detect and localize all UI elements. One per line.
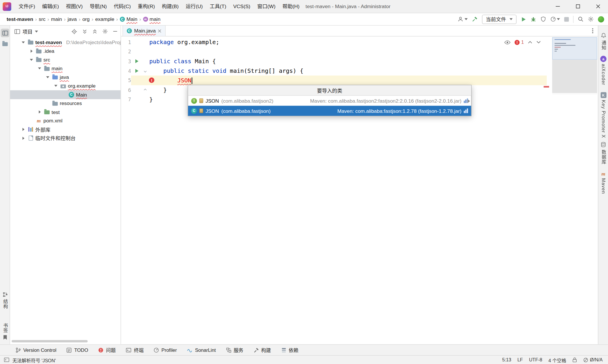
chevron-right-icon[interactable] (29, 50, 34, 53)
error-count-widget[interactable]: 1 (515, 39, 524, 45)
menu-item-tools[interactable]: 工具(T) (206, 0, 230, 13)
tree-item-resources[interactable]: resources (10, 99, 121, 108)
menu-item-code[interactable]: 代码(C) (110, 0, 134, 13)
code-line-3[interactable]: 3 public class Main { (121, 57, 547, 66)
breadcrumb-project[interactable]: test-maven (6, 16, 35, 22)
plugin-green-button[interactable] (598, 16, 604, 22)
line-number[interactable]: 4 (121, 68, 131, 74)
debug-button[interactable] (530, 16, 536, 22)
breadcrumb-example[interactable]: example (94, 16, 116, 22)
tree-item-java[interactable]: java (10, 73, 121, 82)
chevron-down-icon[interactable] (53, 85, 59, 87)
chevron-right-icon[interactable] (37, 111, 42, 114)
chevron-right-icon[interactable] (21, 137, 26, 140)
bookmarks-tool-window-button[interactable]: 书签 (0, 323, 10, 340)
profiler-button[interactable] (550, 16, 560, 22)
maximize-button[interactable] (568, 0, 588, 13)
settings-button[interactable] (588, 16, 594, 22)
breadcrumb-org[interactable]: org (81, 16, 91, 22)
fold-close-icon[interactable] (144, 88, 146, 91)
todo-tool-button[interactable]: TODO (66, 347, 88, 353)
tree-item-idea[interactable]: .idea (10, 47, 121, 55)
line-number[interactable]: 3 (121, 59, 131, 64)
search-everywhere-button[interactable] (578, 16, 584, 22)
chevron-down-icon[interactable] (21, 41, 26, 44)
project-panel-title[interactable]: 项目 (22, 28, 33, 35)
tree-item-main[interactable]: main (10, 64, 121, 73)
project-tool-window-button[interactable] (1, 29, 9, 37)
menu-item-build[interactable]: 构建(B) (158, 0, 182, 13)
tab-main-java[interactable]: Main.java (123, 26, 166, 36)
panel-settings-button[interactable] (102, 29, 108, 34)
dependencies-tool-button[interactable]: 依赖 (281, 346, 298, 354)
line-number[interactable]: 6 (121, 87, 131, 93)
locate-file-button[interactable] (71, 28, 77, 34)
menu-item-window[interactable]: 窗口(W) (254, 0, 279, 13)
structure-tool-window-button[interactable]: 结构 (0, 292, 10, 309)
readonly-lock-widget[interactable] (573, 357, 577, 363)
folder-stripe-button[interactable] (1, 39, 9, 48)
notifications-tool-window-button[interactable]: 通知 (598, 32, 608, 50)
build-tool-button[interactable]: 构建 (253, 346, 271, 354)
caret-position-widget[interactable]: 5:13 (502, 357, 511, 363)
breadcrumb-main-class[interactable]: Main (119, 16, 138, 22)
problems-tool-button[interactable]: 问题 (98, 346, 116, 354)
tree-item-external-libraries[interactable]: 外部库 (10, 125, 121, 134)
breadcrumb-src[interactable]: src (38, 16, 47, 22)
coverage-button[interactable] (541, 16, 546, 22)
chevron-down-icon[interactable] (35, 30, 38, 32)
chevron-down-icon[interactable] (37, 68, 42, 70)
maven-tool-window-button[interactable]: m Maven (598, 171, 608, 194)
chevron-right-icon[interactable] (21, 128, 26, 131)
line-number[interactable]: 7 (121, 97, 131, 102)
encoding-widget[interactable]: UTF-8 (529, 357, 542, 363)
tab-options-icon[interactable] (592, 28, 593, 33)
minimize-button[interactable] (548, 0, 568, 13)
menu-item-file[interactable]: 文件(F) (15, 0, 39, 13)
line-separator-widget[interactable]: LF (517, 357, 523, 363)
horizontal-scrollbar[interactable] (12, 340, 88, 343)
highlighting-level-button[interactable] (504, 40, 511, 45)
tree-item-scratches[interactable]: 临时文件和控制台 (10, 134, 121, 142)
code-line-4[interactable]: 4 public static void main(String[] args)… (121, 66, 547, 76)
fold-open-icon[interactable] (144, 70, 146, 72)
profile-user-button[interactable] (458, 16, 468, 22)
close-button[interactable] (588, 0, 608, 13)
indent-widget[interactable]: 4 个空格 (548, 356, 566, 363)
chevron-down-icon[interactable] (45, 76, 51, 78)
tree-item-test-maven[interactable]: test-maven D:\IdeaProjects\IdeaProje (10, 38, 121, 47)
build-hammer-button[interactable] (472, 16, 478, 22)
hide-panel-button[interactable] (113, 31, 118, 32)
previous-error-button[interactable] (528, 41, 533, 44)
services-tool-button[interactable]: 服务 (226, 346, 243, 354)
code-line-2[interactable]: 2 (121, 47, 547, 57)
key-promoter-tool-window-button[interactable]: Key Promoter X (598, 92, 608, 138)
next-error-button[interactable] (536, 41, 541, 44)
line-number[interactable]: 5 (121, 77, 131, 83)
stop-button[interactable] (564, 17, 569, 21)
breadcrumb-main-dir[interactable]: main (50, 16, 63, 22)
menu-item-vcs[interactable]: VCS(S) (230, 0, 254, 13)
minimap[interactable] (552, 37, 597, 95)
import-option-fastjson2[interactable]: JSON (com.alibaba.fastjson2) Maven: com.… (188, 96, 471, 106)
close-tab-icon[interactable] (158, 29, 161, 32)
import-option-fastjson[interactable]: JSON (com.alibaba.fastjson) Maven: com.a… (188, 106, 471, 116)
code-line-1[interactable]: 1 package org.example; (121, 38, 547, 47)
database-tool-window-button[interactable]: 数据库 (598, 142, 608, 165)
sonarlint-tool-button[interactable]: SonarLint (187, 347, 216, 353)
version-control-tool-button[interactable]: Version Control (15, 347, 56, 353)
tree-item-test[interactable]: test (10, 108, 121, 116)
terminal-tool-button[interactable]: 终端 (126, 346, 143, 354)
menu-item-view[interactable]: 视图(V) (62, 0, 86, 13)
breadcrumb-java[interactable]: java (66, 16, 78, 22)
menu-item-help[interactable]: 帮助(H) (279, 0, 303, 13)
code-line-5[interactable]: 5 JSON (121, 76, 547, 85)
expand-all-button[interactable] (82, 29, 87, 34)
menu-item-edit[interactable]: 编辑(E) (39, 0, 62, 13)
profiler-tool-button[interactable]: Profiler (154, 347, 177, 353)
run-method-icon[interactable] (135, 69, 138, 73)
menu-item-navigate[interactable]: 导航(N) (86, 0, 110, 13)
line-number[interactable]: 2 (121, 49, 131, 55)
analysis-status-widget[interactable]: Ø/N/A (583, 357, 602, 363)
error-stripe-mark[interactable] (544, 86, 549, 87)
